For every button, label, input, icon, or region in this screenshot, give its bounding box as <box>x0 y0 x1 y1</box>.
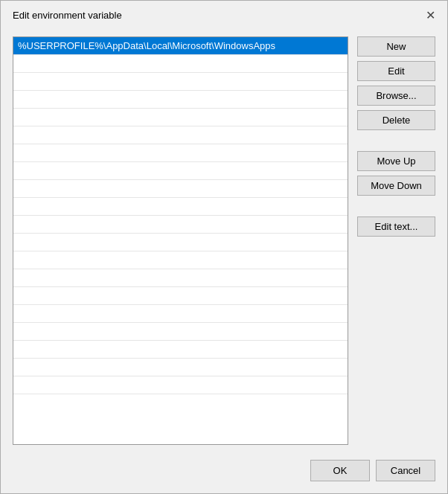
delete-button[interactable]: Delete <box>357 110 435 130</box>
list-item[interactable] <box>13 144 348 162</box>
title-bar: Edit environment variable ✕ <box>1 1 447 28</box>
list-item[interactable] <box>13 198 348 216</box>
spacer1 <box>357 135 435 147</box>
list-item[interactable] <box>13 91 348 109</box>
dialog-content: %USERPROFILE%\AppData\Local\Microsoft\Wi… <box>1 28 447 454</box>
edit-text-button[interactable]: Edit text... <box>357 216 435 237</box>
dialog-title: Edit environment variable <box>13 10 122 21</box>
list-item[interactable] <box>13 341 348 359</box>
move-up-button[interactable]: Move Up <box>357 151 435 171</box>
list-item[interactable] <box>13 287 348 305</box>
list-item[interactable] <box>13 109 348 126</box>
cancel-button[interactable]: Cancel <box>376 460 435 481</box>
list-item[interactable] <box>13 251 348 269</box>
close-button[interactable]: ✕ <box>422 7 438 23</box>
list-item[interactable] <box>13 269 348 287</box>
browse-button[interactable]: Browse... <box>357 86 435 106</box>
list-item[interactable] <box>13 323 348 341</box>
list-item[interactable] <box>13 162 348 180</box>
edit-env-dialog: Edit environment variable ✕ %USERPROFILE… <box>0 0 448 494</box>
list-item[interactable] <box>13 234 348 251</box>
list-item[interactable] <box>13 126 348 144</box>
list-item[interactable] <box>13 359 348 376</box>
env-list[interactable]: %USERPROFILE%\AppData\Local\Microsoft\Wi… <box>13 36 348 445</box>
ok-button[interactable]: OK <box>310 460 370 481</box>
list-item[interactable] <box>13 216 348 234</box>
new-button[interactable]: New <box>357 36 435 57</box>
list-item[interactable] <box>13 180 348 198</box>
edit-button[interactable]: Edit <box>357 61 435 81</box>
list-item[interactable] <box>13 73 348 91</box>
list-item[interactable]: %USERPROFILE%\AppData\Local\Microsoft\Wi… <box>13 37 348 55</box>
list-item[interactable] <box>13 376 348 394</box>
list-item[interactable] <box>13 305 348 323</box>
move-down-button[interactable]: Move Down <box>357 176 435 196</box>
spacer2 <box>357 200 435 212</box>
list-item[interactable] <box>13 55 348 73</box>
buttons-panel: New Edit Browse... Delete Move Up Move D… <box>357 36 435 445</box>
footer: OK Cancel <box>1 454 447 493</box>
